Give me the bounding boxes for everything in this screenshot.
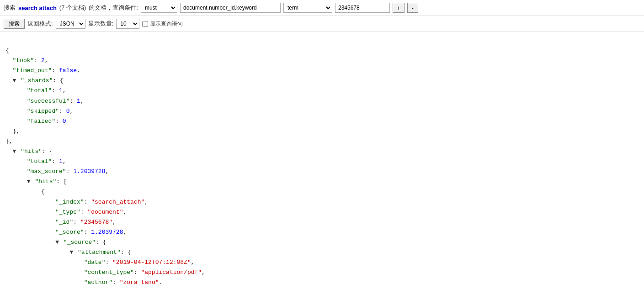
show-query-checkbox-label[interactable]: 显示查询语句 xyxy=(142,20,183,28)
field-input[interactable] xyxy=(180,3,281,13)
remove-condition-button[interactable]: - xyxy=(407,3,418,13)
toolbar-row-2: 搜索 返回格式: JSON YAML CBOR Smile 显示数量: 10 2… xyxy=(0,16,644,32)
of-docs-label: 的文档，查询条件: xyxy=(89,4,138,12)
add-condition-button[interactable]: + xyxy=(393,3,404,13)
display-count-select[interactable]: 10 20 50 100 xyxy=(116,19,139,29)
search-button[interactable]: 搜索 xyxy=(4,19,25,29)
doc-count: (7 个文档) xyxy=(59,4,86,12)
return-format-label: 返回格式: xyxy=(27,20,53,28)
show-query-checkbox[interactable] xyxy=(142,21,148,27)
show-query-text: 显示查询语句 xyxy=(150,20,183,28)
search-label: 搜索 xyxy=(4,4,16,12)
search-term-value: search attach xyxy=(18,5,57,11)
json-result-area: { "took": 2, "timed_out": false, ▼ "_sha… xyxy=(0,32,644,284)
must-select[interactable]: must should must_not filter xyxy=(141,3,177,13)
query-type-select[interactable]: term match match_phrase range wildcard xyxy=(283,3,332,13)
display-count-label: 显示数量: xyxy=(88,20,114,28)
toolbar-row-1: 搜索 search attach (7 个文档) 的文档，查询条件: must … xyxy=(0,0,644,16)
return-format-select[interactable]: JSON YAML CBOR Smile xyxy=(56,19,85,29)
query-value-input[interactable] xyxy=(335,3,390,13)
